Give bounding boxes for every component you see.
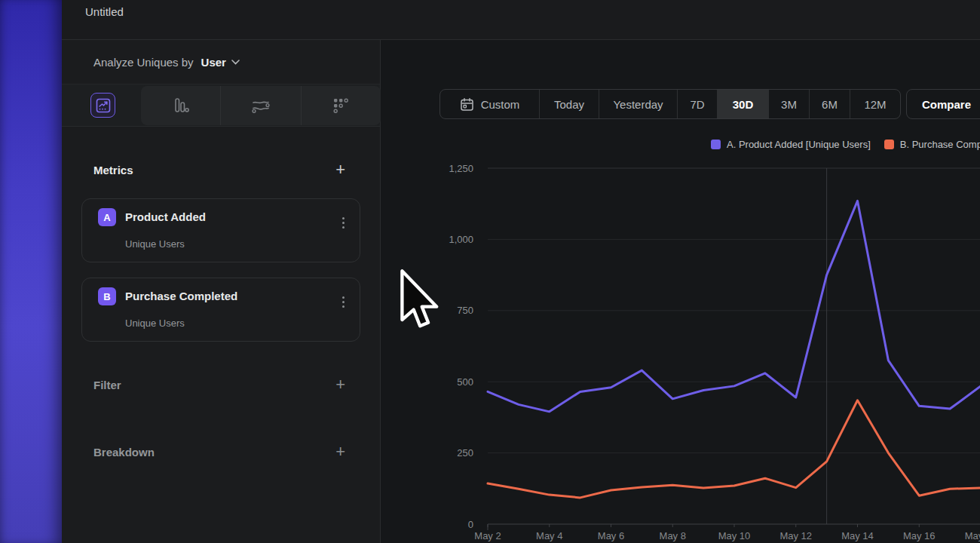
analyze-row: Analyze Uniques by User bbox=[62, 40, 380, 84]
svg-text:250: 250 bbox=[457, 447, 473, 459]
svg-text:May 4: May 4 bbox=[536, 530, 562, 541]
svg-text:May 2: May 2 bbox=[474, 530, 501, 541]
svg-text:May 8: May 8 bbox=[660, 530, 686, 541]
tab-retention[interactable] bbox=[301, 86, 381, 125]
breakdown-title: Breakdown bbox=[93, 446, 155, 459]
left-gradient-strip bbox=[0, 0, 62, 543]
add-filter-button[interactable]: + bbox=[335, 378, 345, 391]
filter-header: Filter + bbox=[93, 378, 345, 391]
metric-options-kebab-icon[interactable] bbox=[339, 214, 348, 232]
metric-options-kebab-icon[interactable] bbox=[339, 293, 348, 311]
breakdown-header: Breakdown + bbox=[93, 445, 345, 459]
metrics-title: Metrics bbox=[93, 164, 133, 176]
filter-title: Filter bbox=[93, 379, 121, 391]
svg-text:May 16: May 16 bbox=[903, 530, 936, 541]
metric-card-b[interactable]: B Purchase Completed Unique Users bbox=[81, 278, 360, 342]
svg-text:May 18: May 18 bbox=[965, 530, 980, 541]
funnel-bars-icon bbox=[172, 97, 190, 115]
report-type-tabs bbox=[62, 84, 380, 127]
metric-card-a[interactable]: A Product Added Unique Users bbox=[81, 198, 360, 262]
query-sidebar: Analyze Uniques by User bbox=[62, 40, 381, 543]
report-title[interactable]: Untitled bbox=[85, 5, 124, 18]
flows-icon bbox=[251, 97, 271, 115]
svg-text:500: 500 bbox=[457, 376, 473, 388]
line-chart-icon bbox=[96, 98, 111, 113]
metric-measure[interactable]: Unique Users bbox=[125, 238, 185, 250]
svg-text:May 6: May 6 bbox=[598, 530, 624, 541]
add-breakdown-button[interactable]: + bbox=[335, 445, 345, 459]
metric-name: Product Added bbox=[125, 210, 206, 223]
trend-line-chart[interactable]: 02505007501,0001,250May 2May 4May 6May 8… bbox=[381, 40, 980, 543]
metric-name: Purchase Completed bbox=[125, 290, 237, 302]
svg-text:May 14: May 14 bbox=[841, 530, 874, 541]
metric-letter-badge: A bbox=[98, 208, 116, 226]
metrics-header: Metrics + bbox=[93, 163, 345, 176]
metric-letter-badge: B bbox=[98, 287, 116, 305]
svg-text:0: 0 bbox=[468, 519, 473, 530]
analyze-label: Analyze Uniques by bbox=[93, 56, 194, 69]
svg-text:May 10: May 10 bbox=[718, 530, 751, 541]
analyze-entity-selector[interactable]: User bbox=[201, 56, 240, 69]
tab-flows[interactable] bbox=[220, 86, 300, 125]
top-bar: Untitled bbox=[62, 0, 980, 40]
analyze-entity-value: User bbox=[201, 56, 226, 69]
svg-text:1,250: 1,250 bbox=[449, 163, 473, 174]
metric-measure[interactable]: Unique Users bbox=[125, 318, 185, 329]
retention-dots-icon bbox=[332, 97, 350, 115]
report-type-tab-group bbox=[141, 86, 381, 125]
svg-text:750: 750 bbox=[457, 305, 473, 316]
svg-text:May 12: May 12 bbox=[779, 530, 812, 541]
add-metric-button[interactable]: + bbox=[335, 163, 345, 176]
analytics-app: Untitled Analyze Uniques by User bbox=[0, 0, 980, 543]
tab-insights[interactable] bbox=[90, 93, 115, 118]
chevron-down-icon bbox=[231, 60, 240, 65]
svg-text:1,000: 1,000 bbox=[449, 234, 473, 245]
tab-funnels[interactable] bbox=[141, 86, 220, 125]
chart-panel: Custom Today Yesterday 7D 30D 3M 6M 12M … bbox=[381, 40, 980, 543]
